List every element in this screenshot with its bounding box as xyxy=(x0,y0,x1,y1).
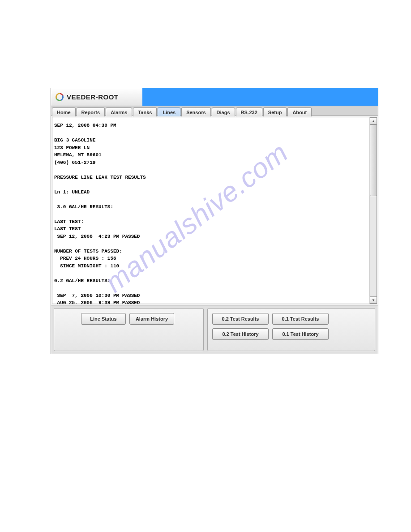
test-results-01-button[interactable]: 0.1 Test Results xyxy=(272,313,329,325)
tab-sensors[interactable]: Sensors xyxy=(181,107,210,116)
app-window: VEEDER-ROOT Home Reports Alarms Tanks Li… xyxy=(51,88,378,354)
scroll-up-icon[interactable]: ▲ xyxy=(370,117,377,124)
scrollbar[interactable]: ▲ ▼ xyxy=(369,117,377,304)
tab-alarms[interactable]: Alarms xyxy=(106,107,132,116)
tab-tanks[interactable]: Tanks xyxy=(133,107,157,116)
tab-bar: Home Reports Alarms Tanks Lines Sensors … xyxy=(51,106,378,116)
tab-about[interactable]: About xyxy=(287,107,312,116)
title-bar: VEEDER-ROOT xyxy=(51,88,378,106)
logo-area: VEEDER-ROOT xyxy=(51,88,142,106)
tab-setup[interactable]: Setup xyxy=(263,107,287,116)
tab-lines[interactable]: Lines xyxy=(158,107,180,116)
test-history-01-button[interactable]: 0.1 Test History xyxy=(272,328,329,340)
tab-diags[interactable]: Diags xyxy=(212,107,235,116)
line-status-button[interactable]: Line Status xyxy=(81,313,126,325)
scroll-thumb[interactable] xyxy=(370,124,377,196)
button-panel-right: 0.2 Test Results 0.1 Test Results 0.2 Te… xyxy=(207,308,375,351)
alarm-history-button[interactable]: Alarm History xyxy=(129,313,174,325)
report-content-area: SEP 12, 2008 04:30 PM BIG 3 GASOLINE 123… xyxy=(52,117,377,304)
tab-home[interactable]: Home xyxy=(52,107,76,116)
scroll-down-icon[interactable]: ▼ xyxy=(370,296,377,304)
test-history-02-button[interactable]: 0.2 Test History xyxy=(212,328,269,340)
button-panel-left: Line Status Alarm History xyxy=(54,308,204,351)
test-results-02-button[interactable]: 0.2 Test Results xyxy=(212,313,269,325)
tab-reports[interactable]: Reports xyxy=(77,107,105,116)
button-row: Line Status Alarm History 0.2 Test Resul… xyxy=(51,305,378,354)
report-text: SEP 12, 2008 04:30 PM BIG 3 GASOLINE 123… xyxy=(52,117,369,304)
brand-name: VEEDER-ROOT xyxy=(67,93,119,101)
tab-rs232[interactable]: RS-232 xyxy=(236,107,262,116)
logo-icon xyxy=(55,92,64,102)
